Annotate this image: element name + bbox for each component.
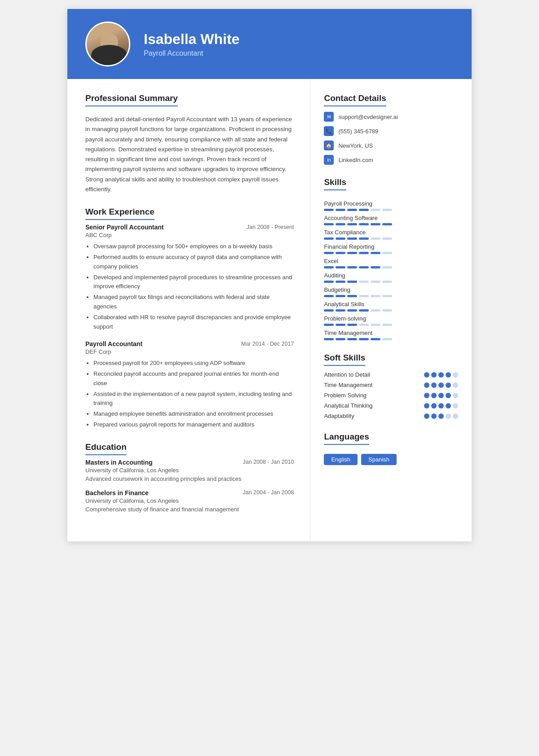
skill-item: Analytical Skills — [324, 301, 458, 312]
skill-segment — [371, 266, 380, 268]
education-title: Education — [85, 442, 127, 455]
job-bullet: Managed employee benefits administration… — [93, 409, 294, 419]
skill-segment — [359, 252, 369, 254]
avatar — [85, 22, 130, 66]
education-list: Masters in AccountingJan 2008 - Jan 2010… — [85, 459, 294, 513]
skill-segment — [324, 252, 334, 254]
soft-skill-dot — [438, 382, 444, 388]
skill-segment — [336, 309, 345, 312]
skill-name: Accounting Software — [324, 215, 458, 221]
soft-skill-dot — [431, 372, 437, 378]
edu-school: University of California, Los Angeles — [85, 467, 294, 474]
skill-segment — [347, 237, 357, 240]
soft-skills-list: Attention to DetailTime ManagementProble… — [324, 371, 458, 419]
skill-segment — [359, 324, 369, 326]
job-date: Mar 2014 - Dec 2017 — [241, 341, 294, 347]
summary-title: Professional Summary — [85, 93, 178, 106]
soft-skill-dots — [424, 393, 458, 398]
skills-list: Payroll ProcessingAccounting SoftwareTax… — [324, 200, 458, 340]
skill-segment — [324, 266, 334, 268]
soft-skill-dot — [446, 382, 451, 388]
contact-item: ✉support@cvdesigner.ai — [324, 112, 458, 122]
skill-bar — [324, 281, 458, 283]
job-bullet: Oversaw payroll processing for 500+ empl… — [93, 242, 294, 251]
skill-segment — [347, 281, 357, 283]
resume-body: Professional Summary Dedicated and detai… — [67, 79, 472, 541]
skill-segment — [382, 209, 392, 211]
skill-bar — [324, 338, 458, 340]
skill-item: Financial Reporting — [324, 243, 458, 254]
soft-skill-name: Problem Solving — [324, 392, 424, 399]
skill-segment — [336, 237, 345, 240]
job-date: Jan 2008 - Present — [247, 224, 294, 230]
soft-skill-name: Attention to Detail — [324, 371, 424, 378]
contact-icon: in — [324, 155, 334, 165]
contact-icon: ✉ — [324, 112, 334, 122]
soft-skill-dot — [431, 403, 437, 409]
skill-segment — [324, 209, 334, 211]
soft-skill-dot — [424, 413, 429, 419]
skill-segment — [382, 338, 392, 340]
soft-skill-name: Adaptability — [324, 413, 424, 419]
skill-segment — [324, 237, 334, 240]
skill-segment — [336, 281, 345, 283]
skill-name: Budgeting — [324, 286, 458, 293]
language-badge: Spanish — [361, 454, 397, 465]
soft-skill-name: Analytical Thinking — [324, 402, 424, 409]
skill-segment — [359, 295, 369, 297]
skill-segment — [347, 324, 357, 326]
skill-segment — [371, 309, 380, 312]
skill-bar — [324, 252, 458, 254]
skill-name: Tax Compliance — [324, 229, 458, 236]
soft-skill-dot — [446, 372, 451, 378]
languages-section: Languages EnglishSpanish — [324, 432, 458, 465]
skill-bar — [324, 295, 458, 297]
soft-skill-dots — [424, 372, 458, 378]
soft-skill-dots — [424, 403, 458, 409]
skill-segment — [382, 309, 392, 312]
skills-section: Skills Payroll ProcessingAccounting Soft… — [324, 177, 458, 340]
right-column: Contact Details ✉support@cvdesigner.ai📞(… — [310, 79, 472, 541]
skill-item: Auditing — [324, 272, 458, 283]
contact-list: ✉support@cvdesigner.ai📞(555) 345-6789🏠Ne… — [324, 112, 458, 165]
soft-skill-item: Attention to Detail — [324, 371, 458, 378]
skill-bar — [324, 324, 458, 326]
skill-segment — [371, 237, 380, 240]
skill-segment — [336, 252, 345, 254]
job-bullet: Developed and implemented payroll proced… — [93, 273, 294, 292]
contact-icon: 🏠 — [324, 141, 334, 150]
skill-segment — [336, 223, 345, 225]
contact-icon: 📞 — [324, 126, 334, 136]
languages-title: Languages — [324, 432, 369, 445]
header-info: Isabella White Payroll Accountant — [144, 31, 239, 57]
skill-segment — [324, 309, 334, 312]
soft-skill-dots — [424, 382, 458, 388]
skill-segment — [347, 252, 357, 254]
edu-degree: Masters in Accounting — [85, 459, 153, 466]
contact-value: LinkedIn.com — [338, 157, 373, 163]
skill-segment — [347, 209, 357, 211]
skill-segment — [371, 295, 380, 297]
contact-item: 🏠NewYork, US — [324, 141, 458, 150]
skill-segment — [347, 295, 357, 297]
skill-segment — [371, 324, 380, 326]
contact-item: 📞(555) 345-6789 — [324, 126, 458, 136]
edu-date: Jan 2004 - Jan 2008 — [243, 489, 294, 496]
skill-segment — [359, 237, 369, 240]
skill-bar — [324, 237, 458, 240]
skill-segment — [382, 252, 392, 254]
skill-name: Payroll Processing — [324, 200, 458, 207]
skill-item: Problem-solving — [324, 315, 458, 326]
skill-item: Budgeting — [324, 286, 458, 297]
summary-text: Dedicated and detail-oriented Payroll Ac… — [85, 114, 294, 194]
soft-skill-dots — [424, 413, 458, 419]
skill-bar — [324, 209, 458, 211]
soft-skill-dot — [438, 403, 444, 409]
skill-segment — [347, 309, 357, 312]
contact-item: inLinkedIn.com — [324, 155, 458, 165]
soft-skill-dot — [438, 372, 444, 378]
skill-name: Financial Reporting — [324, 243, 458, 250]
skill-segment — [382, 223, 392, 225]
skill-bar — [324, 223, 458, 225]
skill-segment — [324, 324, 334, 326]
